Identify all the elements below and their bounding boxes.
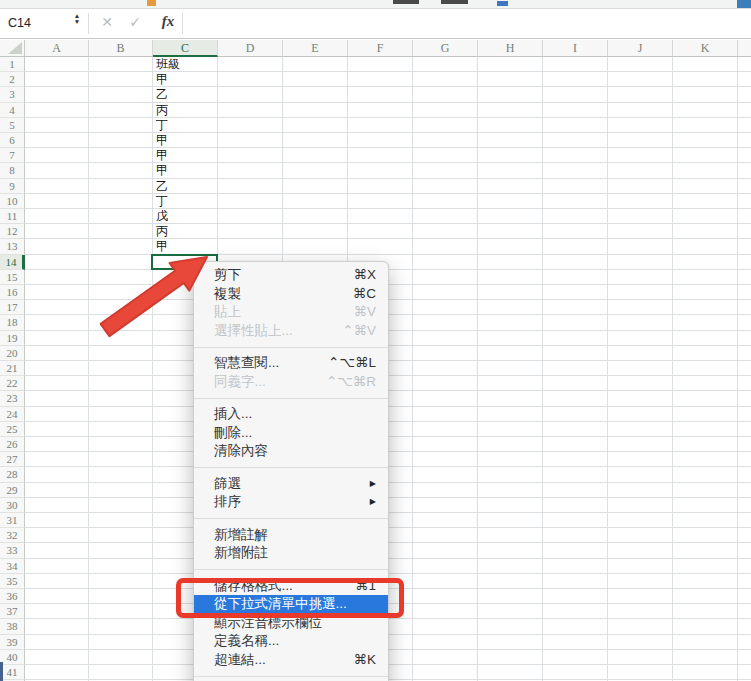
cell-B27[interactable] xyxy=(89,452,153,467)
cell-B12[interactable] xyxy=(89,224,153,239)
cell-J12[interactable] xyxy=(608,224,673,239)
cell-A34[interactable] xyxy=(25,559,89,574)
cell-F9[interactable] xyxy=(348,179,413,194)
cell-A25[interactable] xyxy=(25,422,89,437)
cell-X2[interactable] xyxy=(738,72,751,87)
cell-G22[interactable] xyxy=(413,376,478,391)
cell-J22[interactable] xyxy=(608,376,673,391)
column-header-D[interactable]: D xyxy=(218,40,283,57)
cell-A37[interactable] xyxy=(25,604,89,619)
row-header-38[interactable]: 38 xyxy=(0,619,25,634)
cell-G6[interactable] xyxy=(413,133,478,148)
cell-X14[interactable] xyxy=(738,255,751,270)
cell-X17[interactable] xyxy=(738,300,751,315)
cell-X10[interactable] xyxy=(738,194,751,209)
cell-K32[interactable] xyxy=(673,528,738,543)
cell-J16[interactable] xyxy=(608,285,673,300)
column-header-partial[interactable] xyxy=(738,40,751,57)
cell-I1[interactable] xyxy=(543,57,608,72)
cell-X13[interactable] xyxy=(738,239,751,254)
cell-K40[interactable] xyxy=(673,650,738,665)
cell-E4[interactable] xyxy=(283,103,348,118)
cell-H18[interactable] xyxy=(478,315,543,330)
cell-F13[interactable] xyxy=(348,239,413,254)
cell-X21[interactable] xyxy=(738,361,751,376)
cell-G28[interactable] xyxy=(413,467,478,482)
cell-H2[interactable] xyxy=(478,72,543,87)
row-header-18[interactable]: 18 xyxy=(0,315,25,330)
cell-G15[interactable] xyxy=(413,270,478,285)
cell-K36[interactable] xyxy=(673,589,738,604)
menu-item[interactable]: 定義名稱... xyxy=(194,632,388,651)
cell-K28[interactable] xyxy=(673,467,738,482)
cell-B2[interactable] xyxy=(89,72,153,87)
cell-K23[interactable] xyxy=(673,391,738,406)
cell-B34[interactable] xyxy=(89,559,153,574)
cell-I7[interactable] xyxy=(543,148,608,163)
cell-X5[interactable] xyxy=(738,118,751,133)
cell-E2[interactable] xyxy=(283,72,348,87)
cell-C10[interactable]: 丁 xyxy=(153,194,218,209)
row-header-41[interactable]: 41 xyxy=(0,665,25,680)
cell-E5[interactable] xyxy=(283,118,348,133)
cell-I18[interactable] xyxy=(543,315,608,330)
cell-J34[interactable] xyxy=(608,559,673,574)
column-header-B[interactable]: B xyxy=(89,40,153,57)
cell-A33[interactable] xyxy=(25,543,89,558)
cell-I29[interactable] xyxy=(543,483,608,498)
cell-B30[interactable] xyxy=(89,498,153,513)
cell-G38[interactable] xyxy=(413,619,478,634)
cell-D5[interactable] xyxy=(218,118,283,133)
cell-J4[interactable] xyxy=(608,103,673,118)
cell-B41[interactable] xyxy=(89,665,153,680)
cell-I8[interactable] xyxy=(543,163,608,178)
cell-H11[interactable] xyxy=(478,209,543,224)
cell-K3[interactable] xyxy=(673,87,738,102)
column-header-J[interactable]: J xyxy=(608,40,673,57)
cell-A1[interactable] xyxy=(25,57,89,72)
row-header-30[interactable]: 30 xyxy=(0,498,25,513)
cell-I20[interactable] xyxy=(543,346,608,361)
cell-X1[interactable] xyxy=(738,57,751,72)
cell-J31[interactable] xyxy=(608,513,673,528)
cell-X25[interactable] xyxy=(738,422,751,437)
menu-item[interactable]: 智慧查閱...⌃⌥⌘L xyxy=(194,354,388,373)
cell-J24[interactable] xyxy=(608,407,673,422)
cell-A30[interactable] xyxy=(25,498,89,513)
cell-K25[interactable] xyxy=(673,422,738,437)
cell-H25[interactable] xyxy=(478,422,543,437)
cell-X34[interactable] xyxy=(738,559,751,574)
cell-F10[interactable] xyxy=(348,194,413,209)
row-header-13[interactable]: 13 xyxy=(0,239,25,254)
cell-I3[interactable] xyxy=(543,87,608,102)
cell-I33[interactable] xyxy=(543,543,608,558)
cell-H36[interactable] xyxy=(478,589,543,604)
column-header-H[interactable]: H xyxy=(478,40,543,57)
cell-X7[interactable] xyxy=(738,148,751,163)
cell-J8[interactable] xyxy=(608,163,673,178)
menu-item[interactable]: 篩選▶ xyxy=(194,475,388,494)
cell-A26[interactable] xyxy=(25,437,89,452)
cell-D11[interactable] xyxy=(218,209,283,224)
cell-B6[interactable] xyxy=(89,133,153,148)
cell-K16[interactable] xyxy=(673,285,738,300)
cell-H3[interactable] xyxy=(478,87,543,102)
cell-K27[interactable] xyxy=(673,452,738,467)
cell-K39[interactable] xyxy=(673,635,738,650)
cell-X11[interactable] xyxy=(738,209,751,224)
cell-E11[interactable] xyxy=(283,209,348,224)
cell-X28[interactable] xyxy=(738,467,751,482)
cell-D7[interactable] xyxy=(218,148,283,163)
menu-item[interactable]: 清除內容 xyxy=(194,442,388,461)
cell-K2[interactable] xyxy=(673,72,738,87)
cell-H24[interactable] xyxy=(478,407,543,422)
cell-G24[interactable] xyxy=(413,407,478,422)
row-header-27[interactable]: 27 xyxy=(0,452,25,467)
cell-J18[interactable] xyxy=(608,315,673,330)
row-header-9[interactable]: 9 xyxy=(0,179,25,194)
menu-item[interactable]: 複製⌘C xyxy=(194,285,388,304)
cell-K6[interactable] xyxy=(673,133,738,148)
cell-J7[interactable] xyxy=(608,148,673,163)
row-header-35[interactable]: 35 xyxy=(0,574,25,589)
row-header-25[interactable]: 25 xyxy=(0,422,25,437)
